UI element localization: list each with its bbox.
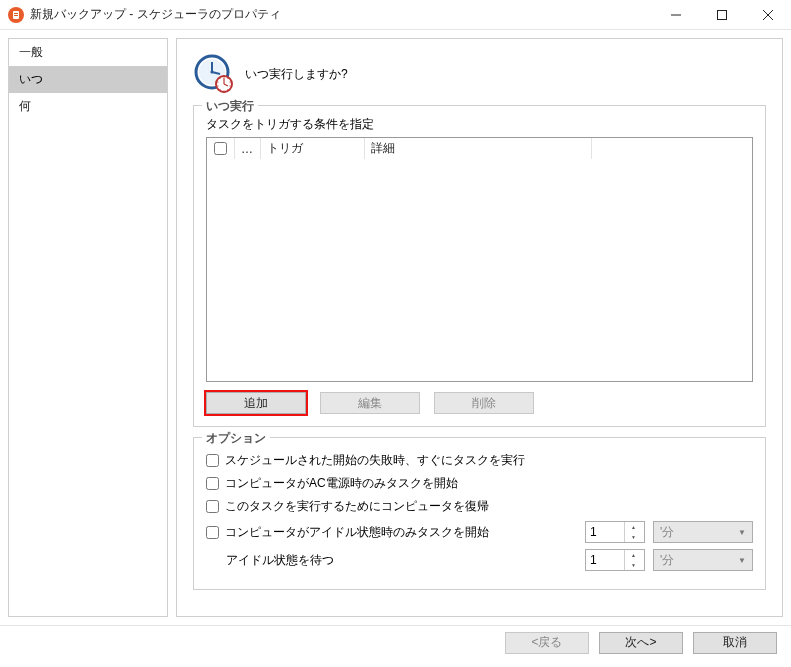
svg-rect-1	[14, 13, 18, 14]
wait-value-input[interactable]	[586, 553, 624, 567]
svg-point-23	[219, 89, 220, 90]
sidebar-item-label: いつ	[19, 72, 43, 86]
sidebar-item-label: 何	[19, 99, 31, 113]
opt-missed-checkbox[interactable]	[206, 454, 219, 467]
svg-point-15	[217, 81, 218, 82]
opt-idle-checkbox[interactable]	[206, 526, 219, 539]
wait-unit-select[interactable]: '分▼	[653, 549, 753, 571]
maximize-button[interactable]	[699, 0, 745, 30]
run-when-group: いつ実行 タスクをトリガする条件を指定 … トリガ 詳細 追加 編集 削除	[193, 105, 766, 427]
sidebar-item-general[interactable]: 一般	[9, 39, 167, 66]
opt-wake-row: このタスクを実行するためにコンピュータを復帰	[206, 498, 753, 515]
delete-button[interactable]: 削除	[434, 392, 534, 414]
spin-up-icon[interactable]: ▲	[625, 550, 642, 560]
svg-rect-4	[718, 10, 727, 19]
main-panel: いつ実行しますか? いつ実行 タスクをトリガする条件を指定 … トリガ 詳細 追…	[176, 38, 783, 617]
chevron-down-icon: ▼	[738, 528, 746, 537]
app-icon	[8, 7, 24, 23]
opt-missed-row: スケジュールされた開始の失敗時、すぐにタスクを実行	[206, 452, 753, 469]
select-all-checkbox[interactable]	[214, 142, 227, 155]
svg-point-11	[210, 70, 213, 73]
opt-idle-label: コンピュータがアイドル状態時のみタスクを開始	[225, 524, 489, 541]
cancel-button[interactable]: 取消	[693, 632, 777, 654]
page-header: いつ実行しますか?	[193, 49, 766, 95]
svg-point-17	[223, 76, 224, 77]
idle-value-input[interactable]	[586, 525, 624, 539]
col-checkbox[interactable]	[207, 138, 235, 159]
options-group: オプション スケジュールされた開始の失敗時、すぐにタスクを実行 コンピュータがA…	[193, 437, 766, 590]
opt-wake-label: このタスクを実行するためにコンピュータを復帰	[225, 498, 489, 515]
window-title: 新規バックアップ - スケジューラのプロパティ	[30, 6, 653, 23]
options-title: オプション	[202, 430, 270, 447]
minimize-button[interactable]	[653, 0, 699, 30]
col-details[interactable]: 詳細	[365, 138, 592, 159]
sidebar-item-label: 一般	[19, 45, 43, 59]
idle-unit-select[interactable]: '分▼	[653, 521, 753, 543]
svg-point-22	[223, 90, 224, 91]
opt-ac-row: コンピュータがAC電源時のみタスクを開始	[206, 475, 753, 492]
svg-point-21	[227, 89, 228, 90]
opt-wait-idle-label: アイドル状態を待つ	[226, 552, 334, 569]
opt-idle-row: コンピュータがアイドル状態時のみタスクを開始 ▲▼ '分▼	[206, 521, 753, 543]
sidebar-item-what[interactable]: 何	[9, 93, 167, 120]
opt-wait-idle-row: アイドル状態を待つ ▲▼ '分▼	[206, 549, 753, 571]
col-dots[interactable]: …	[235, 138, 261, 159]
run-when-title: いつ実行	[202, 98, 258, 115]
next-button[interactable]: 次へ>	[599, 632, 683, 654]
spin-up-icon[interactable]: ▲	[625, 522, 642, 532]
sidebar: 一般 いつ 何	[8, 38, 168, 617]
opt-wake-checkbox[interactable]	[206, 500, 219, 513]
svg-rect-2	[14, 15, 18, 16]
svg-point-18	[227, 78, 228, 79]
col-spacer	[592, 138, 752, 159]
opt-missed-label: スケジュールされた開始の失敗時、すぐにタスクを実行	[225, 452, 525, 469]
wizard-footer: <戻る 次へ> 取消	[0, 625, 791, 659]
svg-point-16	[219, 78, 220, 79]
trigger-list[interactable]: … トリガ 詳細	[206, 137, 753, 382]
add-button[interactable]: 追加	[206, 392, 306, 414]
page-question: いつ実行しますか?	[245, 66, 348, 83]
spin-down-icon[interactable]: ▼	[625, 560, 642, 570]
back-button[interactable]: <戻る	[505, 632, 589, 654]
trigger-list-header: … トリガ 詳細	[207, 138, 752, 160]
close-button[interactable]	[745, 0, 791, 30]
edit-button[interactable]: 編集	[320, 392, 420, 414]
opt-ac-label: コンピュータがAC電源時のみタスクを開始	[225, 475, 458, 492]
idle-value-spinner[interactable]: ▲▼	[585, 521, 645, 543]
col-trigger[interactable]: トリガ	[261, 138, 365, 159]
clock-icon	[193, 53, 235, 95]
trigger-caption: タスクをトリガする条件を指定	[206, 116, 753, 133]
spin-down-icon[interactable]: ▼	[625, 532, 642, 542]
titlebar: 新規バックアップ - スケジューラのプロパティ	[0, 0, 791, 30]
chevron-down-icon: ▼	[738, 556, 746, 565]
svg-point-20	[229, 85, 230, 86]
svg-point-24	[217, 85, 218, 86]
opt-ac-checkbox[interactable]	[206, 477, 219, 490]
trigger-buttons: 追加 編集 削除	[206, 392, 753, 414]
sidebar-item-when[interactable]: いつ	[9, 66, 167, 93]
wait-value-spinner[interactable]: ▲▼	[585, 549, 645, 571]
svg-point-19	[229, 81, 230, 82]
